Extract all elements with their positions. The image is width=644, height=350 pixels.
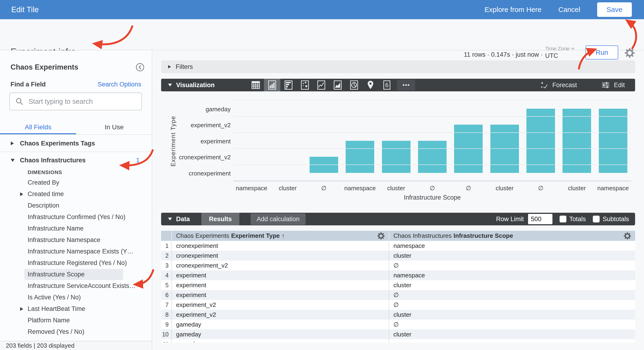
field-item-infrastructure-scope[interactable]: Infrastructure Scope [0, 269, 152, 280]
chart-bar[interactable] [310, 157, 338, 173]
table-row[interactable]: 8experiment_v2cluster [161, 310, 635, 319]
field-item-last-heartbeat-time[interactable]: Last HeartBeat Time [0, 303, 152, 315]
column-chart-icon[interactable] [264, 79, 280, 91]
column-gear-icon[interactable] [624, 232, 631, 240]
section-label: DIMENSIONS [0, 166, 152, 177]
table-header-row: Chaos Experiments Experiment Type ↑ Chao… [161, 231, 635, 241]
chart-bar[interactable] [418, 141, 446, 173]
chart-bar[interactable] [526, 109, 555, 173]
x-axis-title: Infrastructure Scope [234, 194, 631, 201]
save-button[interactable]: Save [597, 2, 632, 17]
field-count-footer: 203 fields | 203 displayed [0, 341, 152, 350]
map-pin-icon[interactable] [362, 79, 379, 91]
y-tick-label: experiment_v2 [161, 122, 231, 129]
caret-down-icon[interactable] [11, 159, 14, 162]
field-item-removed-yes-no-[interactable]: Removed (Yes / No) [0, 326, 152, 337]
timezone-dropdown[interactable]: Time Zone [545, 46, 575, 52]
x-tick-label: namespace [342, 185, 378, 192]
column-header-infrastructure-scope[interactable]: Chaos Infrastructures Infrastructure Sco… [389, 231, 635, 241]
table-row[interactable]: 3cronexperiment_v2∅ [161, 260, 635, 270]
explore-from-here-link[interactable]: Explore from Here [484, 6, 542, 14]
sliders-icon [601, 81, 610, 90]
chart-bar[interactable] [346, 141, 374, 173]
chart-bar[interactable] [382, 141, 410, 173]
gear-icon[interactable] [624, 48, 635, 58]
field-item-infrastructure-registered-yes-no-[interactable]: Infrastructure Registered (Yes / No) [0, 257, 152, 269]
collapse-sidebar-icon[interactable] [135, 63, 145, 72]
table-row[interactable]: 4experimentnamespace [161, 270, 635, 280]
chevron-down-icon [571, 47, 575, 50]
data-section-bar: Data Results Add calculation Row Limit T… [161, 213, 635, 225]
line-chart-icon[interactable] [313, 79, 330, 91]
bar-slot [378, 101, 414, 181]
field-item-infrastructure-serviceaccount-exists-[interactable]: Infrastructure ServiceAccount Exists… [0, 280, 152, 292]
results-tab[interactable]: Results [202, 213, 239, 225]
subtotals-checkbox[interactable]: Subtotals [593, 215, 629, 223]
cancel-button[interactable]: Cancel [558, 6, 580, 14]
field-search-input[interactable] [28, 98, 136, 105]
field-item-infrastructure-namespace[interactable]: Infrastructure Namespace [0, 234, 152, 246]
field-item-is-active-yes-no-[interactable]: Is Active (Yes / No) [0, 292, 152, 303]
caret-right-icon[interactable] [11, 142, 14, 145]
field-group-chaos-experiments-tags[interactable]: Chaos Experiments Tags [0, 138, 152, 149]
x-tick-label: namespace [234, 185, 270, 192]
chart-bar[interactable] [562, 109, 591, 173]
pie-chart-icon[interactable] [346, 79, 362, 91]
page-title: Edit Tile [11, 5, 39, 14]
forecast-button[interactable]: Forecast [540, 81, 577, 90]
bar-slot [595, 101, 631, 181]
field-item-description[interactable]: Description [0, 200, 152, 211]
bar-slot [450, 101, 486, 181]
totals-checkbox[interactable]: Totals [560, 215, 586, 223]
table-row[interactable]: 9gameday∅ [161, 319, 635, 329]
table-chart-icon[interactable] [248, 79, 264, 91]
divider [0, 149, 152, 152]
table-row[interactable]: 6experiment∅ [161, 290, 635, 300]
row-limit-input[interactable] [528, 214, 552, 224]
query-stats: 11 rows · 0.147s · just now · [464, 51, 543, 58]
table-row[interactable]: 7experiment_v2∅ [161, 300, 635, 310]
tab-all-fields[interactable]: All Fields [0, 121, 76, 135]
field-item-created-time[interactable]: Created time [0, 188, 152, 200]
area-chart-icon[interactable] [330, 79, 346, 91]
x-tick-label: ∅ [414, 185, 450, 192]
search-options-link[interactable]: Search Options [98, 81, 141, 88]
tab-in-use[interactable]: In Use [76, 121, 152, 135]
collapse-visualization-icon[interactable] [168, 84, 172, 87]
more-icon[interactable] [397, 80, 415, 90]
edit-visualization-button[interactable]: Edit [601, 81, 625, 90]
chart-plot-area [234, 101, 631, 181]
table-row[interactable]: 5experimentcluster [161, 280, 635, 290]
filters-section-bar[interactable]: Filters [161, 61, 635, 73]
caret-right-icon[interactable] [20, 307, 23, 311]
bar-chart-icon[interactable] [280, 79, 297, 91]
single-value-icon[interactable]: 6 [379, 79, 395, 91]
scatter-chart-icon[interactable] [297, 79, 313, 91]
field-search-box[interactable] [9, 93, 142, 110]
field-item-infrastructure-namespace-exists-y-[interactable]: Infrastructure Namespace Exists (Y… [0, 246, 152, 257]
table-row[interactable]: 1cronexperimentnamespace [161, 241, 635, 251]
run-button[interactable]: Run [586, 46, 618, 60]
find-a-field-label: Find a Field [10, 81, 46, 88]
x-tick-label: ∅ [306, 185, 342, 192]
caret-right-icon[interactable] [20, 192, 23, 196]
table-row[interactable]: 2cronexperimentcluster [161, 251, 635, 260]
edit-tile-page: Edit Tile Explore from Here Cancel Save … [0, 0, 644, 350]
table-row[interactable]: 10gamedaycluster [161, 329, 635, 339]
column-header-experiment-type[interactable]: Chaos Experiments Experiment Type ↑ [172, 231, 389, 241]
field-item-infrastructure-confirmed-yes-no-[interactable]: Infrastructure Confirmed (Yes / No) [0, 211, 152, 223]
column-gear-icon[interactable] [377, 232, 385, 240]
x-tick-label: cluster [559, 185, 595, 192]
bar-slot [270, 101, 306, 181]
y-tick-label: experiment [161, 138, 231, 145]
x-axis-labels: namespacecluster∅namespacecluster∅∅clust… [234, 185, 631, 192]
field-item-platform-name[interactable]: Platform Name [0, 315, 152, 326]
add-calculation-button[interactable]: Add calculation [250, 213, 306, 225]
collapse-data-icon[interactable] [168, 218, 172, 220]
y-tick-label: gameday [161, 106, 231, 113]
field-item-infrastructure-name[interactable]: Infrastructure Name [0, 223, 152, 234]
chart-bar[interactable] [599, 109, 627, 173]
field-group-chaos-infrastructures[interactable]: Chaos Infrastructures1 [0, 154, 152, 166]
table-row[interactable]: 11gamedaynamespace [161, 339, 635, 342]
field-item-created-by[interactable]: Created By [0, 177, 152, 188]
